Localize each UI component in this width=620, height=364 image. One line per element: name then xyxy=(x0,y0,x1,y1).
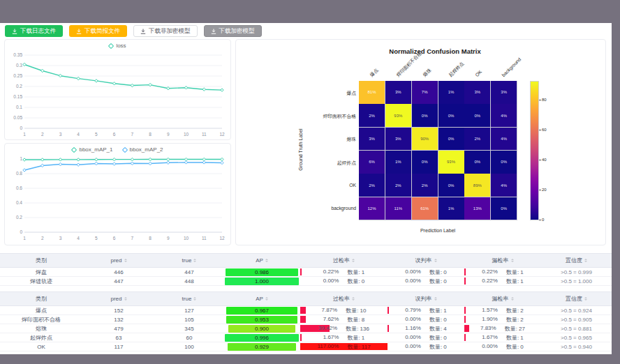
sort-caret-icon[interactable] xyxy=(265,297,268,301)
misjudge-rate-cell: 0.00%数量: 0 xyxy=(388,333,464,342)
column-header-miss-rate[interactable]: 漏检率 xyxy=(464,292,541,305)
sort-caret-icon[interactable] xyxy=(265,259,268,262)
rate-qty: 数量: 0 xyxy=(429,278,447,285)
matrix-cell: 0% xyxy=(438,128,464,151)
column-header-ap[interactable]: AP xyxy=(223,292,300,305)
ap-cell: 0.953 xyxy=(223,315,300,324)
sort-caret-icon[interactable] xyxy=(124,259,127,262)
true-cell: 100 xyxy=(155,342,223,351)
svg-text:1: 1 xyxy=(23,236,26,241)
column-header-over-rate[interactable]: 过检率 xyxy=(300,292,388,305)
svg-text:0.1: 0.1 xyxy=(16,105,22,109)
sort-caret-icon[interactable] xyxy=(193,259,196,262)
column-header-misjudge-rate[interactable]: 误判率 xyxy=(388,254,464,267)
rate-qty: 数量: 1 xyxy=(506,278,524,285)
svg-text:9: 9 xyxy=(167,236,170,241)
misjudge-rate-cell: 0.00%数量: 0 xyxy=(388,315,464,324)
header-label: AP xyxy=(256,296,263,302)
sort-caret-icon[interactable] xyxy=(352,297,355,301)
rate-value: 1.67% xyxy=(482,334,498,342)
legend-label: bbox_mAP_1 xyxy=(79,146,112,153)
column-header-pred[interactable]: pred xyxy=(82,254,155,267)
confusion-matrix-card: Normalized Confusion Matrix 81%3%7%1%3%3… xyxy=(235,39,606,245)
download-encrypted-model-button[interactable]: 下载加密模型 xyxy=(204,25,262,37)
true-cell: 60 xyxy=(155,333,223,342)
download-icon xyxy=(12,29,17,34)
sort-caret-icon[interactable] xyxy=(511,259,514,262)
download-report-button[interactable]: 下载简报文件 xyxy=(69,25,127,37)
miss-rate-cell: 0.00%数量: 0 xyxy=(464,342,541,351)
column-header-pred[interactable]: pred xyxy=(82,292,155,305)
misjudge-rate-cell: 0.00%数量: 0 xyxy=(388,277,464,285)
matrix-cell: 0% xyxy=(412,151,438,174)
category-cell: 熔珠 xyxy=(0,324,82,333)
confidence-cell: >0.5 = 0.940 xyxy=(541,342,612,351)
rate-bar xyxy=(300,334,302,341)
column-header-confidence[interactable]: 置信度 xyxy=(541,254,612,267)
sort-caret-icon[interactable] xyxy=(352,259,355,262)
rate-qty: 数量: 1 xyxy=(506,334,524,342)
ap-cell: 0.986 xyxy=(223,268,300,276)
download-log-button[interactable]: 下载日志文件 xyxy=(5,25,63,37)
miss-rate-cell: 7.83%数量: 27 xyxy=(464,324,541,333)
over-rate-cell: 39.42%数量: 136 xyxy=(300,324,388,333)
rate-value: 0.79% xyxy=(405,307,421,314)
table-row: 焊缝轨迹4474481.0000.00%数量: 00.00%数量: 00.22%… xyxy=(0,277,612,286)
svg-text:3: 3 xyxy=(59,132,62,137)
rate-qty: 数量: 1 xyxy=(347,334,364,342)
confusion-matrix-ylabel: Ground Truth Label xyxy=(298,128,303,170)
rate-bar xyxy=(464,316,466,323)
metrics-tables: 类别predtrueAP过检率误判率漏检率置信度焊盘4464470.9860.2… xyxy=(0,253,612,351)
svg-text:0.2: 0.2 xyxy=(16,215,22,220)
column-header-category: 类别 xyxy=(0,254,82,267)
matrix-cell: 3% xyxy=(359,128,385,151)
legend-label: loss xyxy=(116,43,126,49)
svg-text:5: 5 xyxy=(95,236,98,241)
legend-item-bbox-map-1[interactable]: bbox_mAP_1 xyxy=(72,146,112,153)
sort-caret-icon[interactable] xyxy=(584,259,587,262)
category-cell: 焊印面积不合格 xyxy=(0,315,82,324)
rate-value: 0.00% xyxy=(482,343,498,351)
legend-item-loss[interactable]: loss xyxy=(109,43,126,49)
misjudge-rate-cell: 0.00%数量: 0 xyxy=(388,268,464,276)
svg-text:0.2: 0.2 xyxy=(16,84,22,89)
column-header-true[interactable]: true xyxy=(155,254,223,267)
column-header-miss-rate[interactable]: 漏检率 xyxy=(464,254,541,267)
ap-bar: 0.929 xyxy=(228,343,296,351)
column-header-ap[interactable]: AP xyxy=(223,254,300,267)
sort-caret-icon[interactable] xyxy=(434,297,437,301)
table-row: 熔珠4793450.90039.42%数量: 1361.16%数量: 47.83… xyxy=(0,324,612,333)
sort-caret-icon[interactable] xyxy=(584,297,587,301)
sort-caret-icon[interactable] xyxy=(434,259,437,262)
matrix-row-label: 爆点 xyxy=(307,90,356,97)
download-icon xyxy=(76,29,82,34)
legend-item-bbox-map-2[interactable]: bbox_mAP_2 xyxy=(123,146,163,153)
sort-caret-icon[interactable] xyxy=(124,297,127,301)
rate-value: 0.00% xyxy=(405,343,421,351)
matrix-cell: 3% xyxy=(491,81,517,104)
matrix-cell: 1% xyxy=(438,81,464,104)
true-cell: 127 xyxy=(155,306,223,314)
matrix-cell: 90% xyxy=(412,128,438,151)
ap-bar: 0.900 xyxy=(228,325,295,333)
sort-caret-icon[interactable] xyxy=(511,297,514,301)
header-label: 类别 xyxy=(36,257,47,264)
rate-qty: 数量: 1 xyxy=(429,307,447,314)
rate-bar xyxy=(464,325,469,332)
loss-line-chart: 00.050.10.150.20.250.30.3512345678910111… xyxy=(6,51,229,139)
confidence-cell: >0.5 = 1.000 xyxy=(541,277,612,285)
download-unencrypted-model-button[interactable]: 下载非加密模型 xyxy=(133,25,198,37)
matrix-cell: 93% xyxy=(438,151,464,174)
header-label: 置信度 xyxy=(566,295,582,303)
column-header-confidence[interactable]: 置信度 xyxy=(541,292,612,305)
confidence-cell: >0.5 = 0.881 xyxy=(541,324,612,333)
sort-caret-icon[interactable] xyxy=(193,297,196,301)
column-header-over-rate[interactable]: 过检率 xyxy=(300,254,388,267)
category-cell: 起焊炸点 xyxy=(0,333,82,342)
over-rate-cell: 0.22%数量: 1 xyxy=(300,268,388,276)
column-header-true[interactable]: true xyxy=(155,292,223,305)
matrix-cell: 0% xyxy=(438,174,464,197)
rate-value: 0.00% xyxy=(405,316,421,324)
over-rate-cell: 117.00%数量: 117 xyxy=(300,342,388,351)
column-header-misjudge-rate[interactable]: 误判率 xyxy=(388,292,464,305)
